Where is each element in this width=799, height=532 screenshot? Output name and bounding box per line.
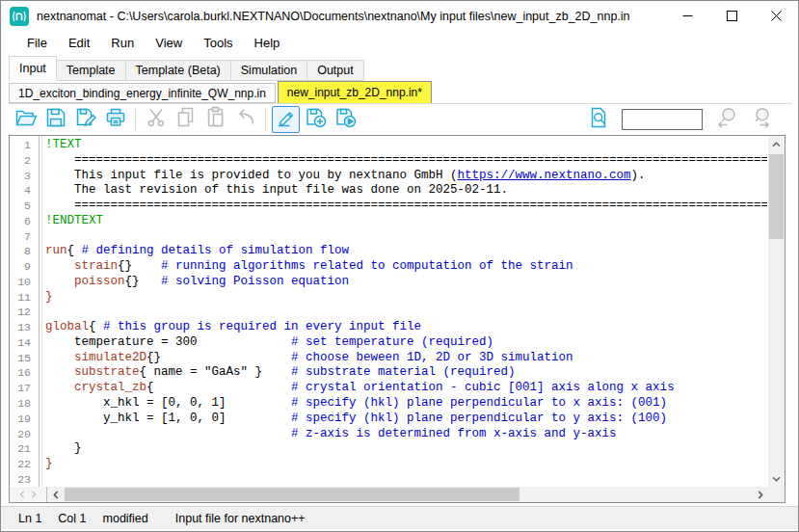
code-line: 1!TEXT xyxy=(10,138,767,153)
code-text: !ENDTEXT xyxy=(38,214,103,229)
code-line: 12 xyxy=(10,305,767,320)
code-segment: } xyxy=(45,457,53,470)
file-tab-new-input-zb-2d-nnp-in[interactable]: new_input_zb_2D_nnp.in* xyxy=(278,81,432,103)
scroll-up-button[interactable] xyxy=(768,136,785,152)
pager-right-icon[interactable] xyxy=(31,491,37,498)
line-number: 15 xyxy=(10,351,38,366)
code-segment: {} xyxy=(146,351,291,364)
code-text: # z-axis is determined from x-axis and y… xyxy=(38,427,617,442)
undo-button[interactable] xyxy=(231,106,259,133)
menu-file[interactable]: File xyxy=(16,33,58,53)
line-number: 4 xyxy=(10,183,38,199)
code-segment: # set temperature (required) xyxy=(291,335,493,349)
line-number: 9 xyxy=(10,259,38,275)
line-number: 10 xyxy=(10,275,38,290)
horizontal-scrollbar[interactable] xyxy=(46,487,768,502)
code-line: 20 # z-axis is determined from x-axis an… xyxy=(10,427,767,442)
open-file-icon xyxy=(13,105,39,134)
line-number: 11 xyxy=(10,290,38,306)
code-segment: {} xyxy=(125,275,162,288)
code-text xyxy=(38,305,45,320)
status-bar: Ln 1 Col 1 modified Input file for nextn… xyxy=(1,506,798,529)
save-button[interactable] xyxy=(41,106,69,133)
save-run-icon xyxy=(333,105,359,134)
menu-edit[interactable]: Edit xyxy=(58,33,100,53)
code-editor[interactable]: 1!TEXT2 ================================… xyxy=(9,135,786,503)
line-number: 16 xyxy=(10,365,38,381)
search-previous-button[interactable] xyxy=(712,106,740,133)
tab-input[interactable]: Input xyxy=(9,56,57,81)
menu-view[interactable]: View xyxy=(145,33,193,53)
save-run-button[interactable] xyxy=(332,106,360,133)
file-tab-1d-exciton-binding-energy-infinite-qw-nnp-in[interactable]: 1D_exciton_binding_energy_infinite_QW_nn… xyxy=(9,83,276,103)
vertical-scroll-thumb[interactable] xyxy=(769,154,784,239)
line-number: 1 xyxy=(10,138,38,153)
line-number: 7 xyxy=(10,229,38,245)
print-button[interactable] xyxy=(101,106,129,133)
code-line: 6!ENDTEXT xyxy=(10,214,767,229)
code-segment: This input file is provided to you by ne… xyxy=(45,169,458,182)
code-segment: poisson xyxy=(74,275,125,288)
copy-button[interactable] xyxy=(172,106,200,133)
code-line: 17 crystal_zb{ # crystal orientation - c… xyxy=(10,381,767,396)
window-controls xyxy=(665,1,798,31)
scroll-left-button[interactable] xyxy=(47,487,64,502)
title-bar: nextnanomat - C:\Users\carola.burkl.NEXT… xyxy=(1,1,798,31)
code-segment: The last revision of this input file was… xyxy=(45,183,508,197)
search-input[interactable] xyxy=(622,109,703,130)
code-segment: { name = "GaAs" } xyxy=(140,365,292,379)
code-link[interactable]: https://www.nextnano.com xyxy=(458,169,631,182)
minimize-button[interactable] xyxy=(665,1,709,31)
code-segment: # substrate material (required) xyxy=(291,365,516,379)
code-text: temperature = 300 # set temperature (req… xyxy=(38,335,493,351)
paste-button[interactable] xyxy=(201,106,229,133)
copy-icon xyxy=(173,105,199,134)
pager-left-icon[interactable] xyxy=(19,491,25,498)
vertical-scrollbar[interactable] xyxy=(768,136,785,487)
close-button[interactable] xyxy=(754,1,798,31)
file-tab-strip: 1D_exciton_binding_energy_infinite_QW_nn… xyxy=(9,82,792,104)
save-as-button[interactable] xyxy=(71,106,99,133)
code-text xyxy=(38,229,45,245)
cut-button[interactable] xyxy=(142,106,170,133)
save-add-batch-button[interactable] xyxy=(302,106,330,133)
code-line: 14 temperature = 300 # set temperature (… xyxy=(10,335,767,351)
status-file-type: Input file for nextnano++ xyxy=(175,512,306,525)
search-next-button[interactable] xyxy=(746,106,774,133)
app-window: nextnanomat - C:\Users\carola.burkl.NEXT… xyxy=(0,0,799,532)
tab-output[interactable]: Output xyxy=(307,60,364,81)
menu-run[interactable]: Run xyxy=(100,33,145,53)
code-line: 18 x_hkl = [0, 0, 1] # specify (hkl) pla… xyxy=(10,396,767,412)
code-lines: 1!TEXT2 ================================… xyxy=(10,138,767,488)
open-file-button[interactable] xyxy=(12,106,40,133)
highlighter-icon xyxy=(274,105,299,134)
code-line: 8run{ # defining details of simulation f… xyxy=(10,244,767,259)
maximize-button[interactable] xyxy=(709,1,754,31)
code-segment xyxy=(45,275,74,288)
menu-tools[interactable]: Tools xyxy=(193,33,243,53)
tab-simulation[interactable]: Simulation xyxy=(231,60,307,81)
code-text: substrate{ name = "GaAs" } # substrate m… xyxy=(38,365,516,381)
code-segment xyxy=(45,427,291,440)
menu-help[interactable]: Help xyxy=(244,33,291,53)
code-text: run{ # defining details of simulation fl… xyxy=(38,244,349,259)
code-text: } xyxy=(38,457,53,472)
scroll-down-button[interactable] xyxy=(768,470,785,487)
horizontal-scroll-thumb[interactable] xyxy=(65,488,519,501)
line-number: 22 xyxy=(10,457,38,472)
main-tab-strip: InputTemplateTemplate (Beta)SimulationOu… xyxy=(9,56,364,81)
code-segment: simulate2D xyxy=(74,351,146,364)
cut-icon xyxy=(144,105,169,134)
highlighter-button[interactable] xyxy=(272,106,300,133)
code-line: 11} xyxy=(10,290,767,306)
file-search-button[interactable] xyxy=(584,106,612,133)
save-add-batch-icon xyxy=(304,105,329,134)
code-line: 2 ======================================… xyxy=(10,153,767,169)
line-number: 8 xyxy=(10,244,38,259)
line-number: 13 xyxy=(10,320,38,335)
scroll-right-button[interactable] xyxy=(752,487,768,502)
code-text: ========================================… xyxy=(38,153,767,169)
tab-template[interactable]: Template xyxy=(57,60,126,81)
tab-template-beta[interactable]: Template (Beta) xyxy=(126,60,231,81)
code-segment: { xyxy=(146,381,291,394)
